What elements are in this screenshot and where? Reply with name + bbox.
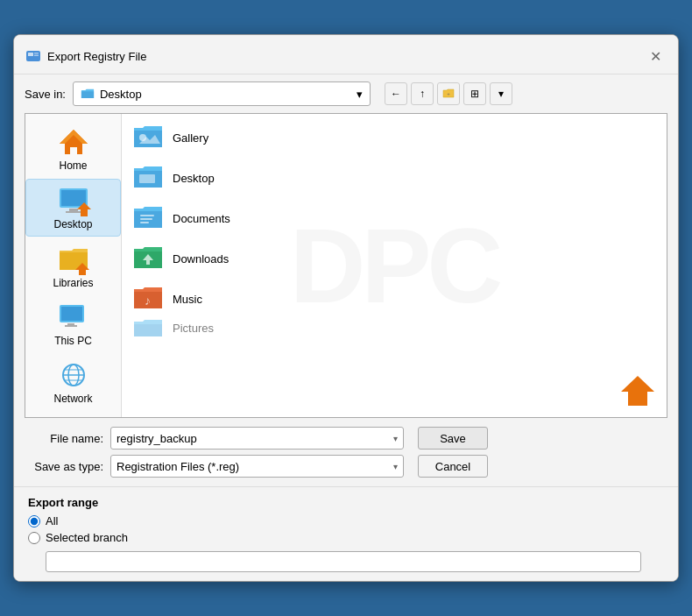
export-range: Export range All Selected branch <box>14 486 678 581</box>
desktop-folder-icon <box>132 163 164 193</box>
sidebar-item-desktop[interactable]: Desktop <box>25 179 121 237</box>
svg-rect-0 <box>26 51 40 61</box>
svg-rect-24 <box>139 174 155 183</box>
svg-rect-10 <box>66 211 81 213</box>
nav-back-button[interactable]: ← <box>385 82 407 105</box>
svg-rect-14 <box>61 307 82 321</box>
list-item[interactable]: Pictures <box>125 319 663 336</box>
bottom-fields: File name: ▾ Save Save as type: Registra… <box>14 418 678 486</box>
radio-all-row: All <box>28 514 664 527</box>
filename-dropdown-arrow: ▾ <box>393 434 398 443</box>
svg-rect-3 <box>34 55 39 57</box>
save-in-bar: Save in: Desktop ▾ ← ↑ + ⊞ ▾ <box>14 74 678 113</box>
gallery-folder-icon <box>132 123 164 152</box>
branch-path-input[interactable] <box>46 551 641 572</box>
filename-row: File name: ▾ Save <box>25 427 667 450</box>
nav-up-button[interactable]: ↑ <box>411 82 434 105</box>
filename-label: File name: <box>25 432 103 445</box>
svg-rect-8 <box>61 190 86 206</box>
libraries-icon <box>56 244 91 275</box>
radio-all-label: All <box>46 514 58 527</box>
svg-rect-2 <box>34 53 39 54</box>
music-name: Music <box>173 293 202 306</box>
music-folder-icon: ♪ <box>132 284 164 314</box>
downloads-folder-icon <box>132 244 164 273</box>
network-icon <box>56 359 91 391</box>
svg-rect-27 <box>140 222 149 223</box>
save-in-label: Save in: <box>25 88 66 101</box>
network-label: Network <box>53 393 92 405</box>
desktop-folder-name: Desktop <box>173 172 215 185</box>
list-item[interactable]: Downloads <box>125 238 663 279</box>
documents-folder-icon <box>132 203 164 233</box>
title-bar: Export Registry File ✕ <box>14 35 678 74</box>
file-list: Gallery Desktop <box>122 114 667 340</box>
filename-input[interactable] <box>117 432 382 445</box>
view-dropdown-button[interactable]: ▾ <box>490 82 512 105</box>
close-button[interactable]: ✕ <box>643 44 667 68</box>
radio-selected[interactable] <box>28 532 40 544</box>
export-registry-dialog: Export Registry File ✕ Save in: Desktop … <box>13 34 679 582</box>
save-button[interactable]: Save <box>418 427 488 450</box>
list-item[interactable]: Desktop <box>125 158 663 198</box>
thispc-label: This PC <box>54 335 92 347</box>
filetype-value: Registration Files (*.reg) <box>117 460 239 473</box>
sidebar: Home Desktop <box>25 114 122 417</box>
export-range-title: Export range <box>28 496 664 509</box>
svg-rect-16 <box>65 325 77 327</box>
cancel-button[interactable]: Cancel <box>418 455 488 478</box>
dialog-icon <box>25 47 42 65</box>
radio-selected-label: Selected branch <box>46 531 128 544</box>
sidebar-item-libraries[interactable]: Libraries <box>25 238 121 294</box>
sidebar-item-thispc[interactable]: This PC <box>25 296 121 352</box>
documents-name: Documents <box>173 212 230 225</box>
svg-text:+: + <box>447 91 450 96</box>
list-item[interactable]: Gallery <box>125 117 663 158</box>
radio-selected-row: Selected branch <box>28 531 664 544</box>
scroll-arrow-indicator <box>621 372 654 408</box>
list-item[interactable]: Documents <box>125 198 663 238</box>
filetype-combo[interactable]: Registration Files (*.reg) ▾ <box>110 455 404 478</box>
filetype-arrow: ▾ <box>393 462 398 471</box>
libraries-label: Libraries <box>53 277 93 289</box>
svg-marker-30 <box>621 376 654 406</box>
filename-input-wrapper[interactable]: ▾ <box>110 427 404 450</box>
folder-icon <box>81 88 95 100</box>
dialog-title: Export Registry File <box>47 50 638 63</box>
svg-rect-1 <box>28 53 33 56</box>
pictures-folder-icon <box>132 319 164 336</box>
save-in-value: Desktop <box>100 88 142 101</box>
thispc-icon <box>56 301 91 333</box>
home-label: Home <box>59 159 87 172</box>
filetype-label: Save as type: <box>25 460 103 473</box>
toolbar-icons: ← ↑ + ⊞ ▾ <box>385 82 512 105</box>
filetype-row: Save as type: Registration Files (*.reg)… <box>25 455 667 478</box>
list-item[interactable]: ♪ Music <box>125 279 663 319</box>
radio-all[interactable] <box>28 515 40 527</box>
sidebar-item-network[interactable]: Network <box>25 354 121 410</box>
desktop-icon <box>56 185 91 216</box>
svg-rect-26 <box>140 218 152 220</box>
content-area: DPC Gallery <box>122 114 667 417</box>
main-area: Home Desktop <box>25 113 667 418</box>
svg-text:♪: ♪ <box>145 294 151 308</box>
sidebar-item-home[interactable]: Home <box>25 121 121 177</box>
downloads-name: Downloads <box>173 252 229 266</box>
new-folder-button[interactable]: + <box>437 82 460 105</box>
save-in-combo[interactable]: Desktop ▾ <box>73 81 371 106</box>
svg-rect-25 <box>140 215 154 216</box>
view-button[interactable]: ⊞ <box>463 82 486 105</box>
action-buttons: Save <box>418 427 488 450</box>
cancel-btn-wrapper: Cancel <box>418 455 488 478</box>
pictures-name: Pictures <box>173 322 214 335</box>
desktop-label: Desktop <box>53 218 92 230</box>
home-icon <box>56 126 91 158</box>
gallery-name: Gallery <box>173 131 208 145</box>
